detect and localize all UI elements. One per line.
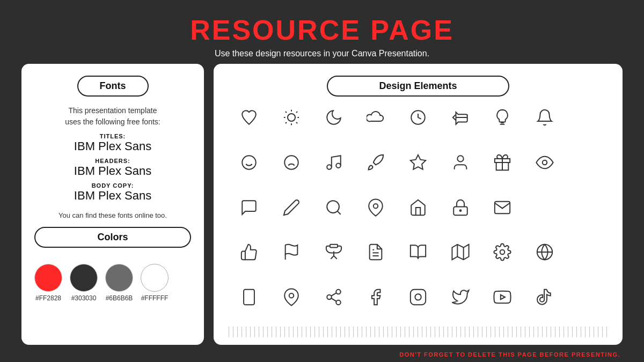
lock-icon — [440, 192, 481, 223]
svg-rect-49 — [411, 290, 426, 305]
icons-grid — [229, 102, 608, 324]
svg-point-38 — [500, 250, 505, 255]
font-titles-label: TITLES: — [74, 133, 151, 139]
cloud-icon — [355, 102, 397, 133]
color-item-white: #FFFFFF — [141, 264, 169, 302]
font-headers-name: IBM Plex Sans — [74, 164, 151, 178]
color-swatches: #FF2828 #303030 #6B6B6B #FFFFFF — [34, 264, 191, 302]
pin-icon — [355, 192, 397, 223]
tiktok-icon — [524, 282, 566, 313]
svg-point-43 — [289, 293, 294, 298]
empty-icon-3 — [524, 192, 566, 223]
color-item-gray: #6B6B6B — [105, 264, 133, 302]
empty-icon-1 — [566, 102, 608, 133]
search-icon — [313, 192, 354, 223]
svg-line-4 — [296, 122, 297, 123]
bell-icon — [524, 102, 566, 133]
svg-marker-20 — [411, 155, 426, 169]
empty-icon-4 — [566, 192, 608, 223]
color-hex-red: #FF2828 — [35, 294, 61, 302]
moon-icon — [313, 102, 354, 133]
empty-icon-6 — [566, 282, 608, 313]
main-content: Fonts This presentation templateuses the… — [21, 64, 623, 351]
svg-point-15 — [284, 156, 298, 169]
smiley-icon — [229, 147, 270, 178]
twitter-icon — [440, 282, 481, 313]
megaphone-icon — [440, 102, 481, 133]
svg-marker-35 — [452, 245, 469, 260]
fonts-note: You can find these fonts online too. — [58, 211, 167, 219]
lightbulb-icon — [482, 102, 523, 133]
rocket-icon — [355, 147, 397, 178]
svg-point-0 — [288, 114, 295, 121]
footer-note-text: DON'T FORGET TO DELETE THIS PAGE BEFORE … — [399, 351, 620, 358]
svg-line-7 — [286, 122, 287, 123]
header-section: RESOURCE PAGE Use these design resources… — [190, 0, 454, 58]
right-panel: Design Elements — [214, 64, 623, 345]
book-icon — [398, 237, 439, 268]
font-body-label: BODY COPY: — [74, 182, 151, 189]
flag-icon — [271, 237, 312, 268]
svg-point-24 — [543, 160, 547, 165]
svg-rect-32 — [330, 245, 338, 248]
svg-point-29 — [459, 210, 461, 211]
svg-point-27 — [374, 204, 378, 209]
font-titles-name: IBM Plex Sans — [74, 139, 151, 153]
fonts-label: Fonts — [77, 76, 149, 97]
svg-line-26 — [337, 211, 340, 214]
svg-line-3 — [286, 112, 287, 113]
color-hex-gray: #6B6B6B — [106, 294, 133, 302]
color-item-red: #FF2828 — [34, 264, 62, 302]
home-icon — [398, 192, 439, 223]
thumbsup-icon — [229, 237, 270, 268]
color-circle-gray — [105, 264, 133, 292]
svg-point-45 — [327, 295, 332, 300]
page-subtitle: Use these design resources in your Canva… — [190, 49, 454, 58]
phone-icon — [229, 282, 270, 313]
map-icon — [440, 237, 481, 268]
pencil-icon — [271, 192, 312, 223]
youtube-icon — [482, 282, 523, 313]
empty-icon-2 — [566, 147, 608, 178]
font-headers: HEADERS: IBM Plex Sans — [74, 158, 151, 178]
svg-line-8 — [296, 112, 297, 113]
location-pin-icon — [271, 282, 312, 313]
color-circle-dark — [70, 264, 98, 292]
svg-point-21 — [457, 156, 463, 161]
svg-point-46 — [336, 300, 341, 305]
font-titles: TITLES: IBM Plex Sans — [74, 133, 151, 153]
color-circle-red — [34, 264, 62, 292]
color-hex-dark: #303030 — [71, 294, 97, 302]
ruler-bar — [229, 327, 608, 337]
mail-icon — [482, 192, 523, 223]
empty-icon-5 — [566, 237, 608, 268]
svg-point-44 — [336, 290, 341, 294]
music-icon — [313, 147, 354, 178]
document-icon — [355, 237, 397, 268]
fonts-description: This presentation templateuses the follo… — [65, 105, 160, 128]
font-body: BODY COPY: IBM Plex Sans — [74, 182, 151, 203]
svg-line-48 — [331, 293, 336, 296]
globe-icon — [524, 237, 566, 268]
sun-icon — [271, 102, 312, 133]
settings-icon — [482, 237, 523, 268]
svg-point-19 — [336, 163, 341, 168]
eye-icon — [524, 147, 566, 178]
share-icon — [313, 282, 354, 313]
star-icon — [398, 147, 439, 178]
svg-line-47 — [331, 298, 336, 301]
page-title: RESOURCE PAGE — [190, 15, 454, 46]
chat-icon — [229, 192, 270, 223]
heart-icon — [229, 102, 270, 133]
svg-point-12 — [243, 156, 257, 169]
person-icon — [440, 147, 481, 178]
footer-note: DON'T FORGET TO DELETE THIS PAGE BEFORE … — [0, 349, 644, 362]
colors-section: Colors #FF2828 #303030 #6B6B6B #FFFFFF — [34, 227, 191, 302]
left-panel: Fonts This presentation templateuses the… — [21, 64, 204, 345]
facebook-icon — [355, 282, 397, 313]
trophy-icon — [313, 237, 354, 268]
svg-marker-51 — [501, 295, 505, 300]
svg-point-18 — [327, 165, 332, 169]
color-hex-white: #FFFFFF — [141, 294, 169, 302]
color-circle-white — [141, 264, 169, 292]
